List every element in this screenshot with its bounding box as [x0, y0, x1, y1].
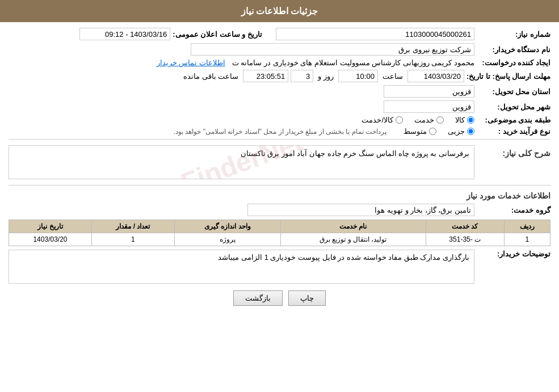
services-table: ردیف کد خدمت نام خدمت واحد اندازه گیری ت…	[9, 220, 550, 246]
label-namDastgah: نام دستگاه خریدار:	[477, 45, 550, 54]
radio-kala-input[interactable]	[467, 116, 474, 124]
value-mohlat-date: 1403/03/20	[407, 70, 464, 82]
link-etela[interactable]: اطلاعات تماس خریدار	[157, 58, 225, 67]
row-mohlat: مهلت ارسال پاسخ: تا تاریخ: 1403/03/20 سا…	[9, 70, 550, 82]
radio-motavaset-label: متوسط	[404, 127, 427, 136]
radio-kala-label: کالا	[455, 116, 465, 124]
radio-jozi-label: جزیی	[448, 127, 465, 136]
table-cell-2: تولید، انتقال و توزیع برق	[280, 233, 426, 246]
page-wrapper: جزئیات اطلاعات نیاز شماره نیاز: 11030000…	[0, 0, 559, 392]
label-groheKhedmat: گروه خدمت:	[477, 206, 550, 214]
row-namDastgah: نام دستگاه خریدار: شرکت توزیع نیروی برق	[9, 43, 550, 56]
value-shahr: قزوین	[384, 100, 474, 113]
label-mohlat-rooz: روز و	[318, 72, 334, 81]
value-ostan: قزوین	[384, 85, 474, 98]
radio-motavaset-input[interactable]	[429, 128, 436, 135]
col-nam: نام خدمت	[280, 220, 426, 233]
label-shahr: شهر محل تحویل:	[477, 103, 550, 111]
row-tosif: توضیحات خریدار: بارگذاری مدارک طبق مفاد …	[9, 250, 550, 284]
table-cell-5: 1403/03/20	[9, 233, 92, 246]
col-tedad: تعداد / مقدار	[91, 220, 174, 233]
table-row: 1ت -35-351تولید، انتقال و توزیع برقپروژه…	[9, 233, 550, 246]
label-tosif: توضیحات خریدار:	[477, 250, 550, 258]
tosif-box: بارگذاری مدارک طبق مفاد خواسته شده در فا…	[9, 250, 474, 284]
col-vahid: واحد اندازه گیری	[174, 220, 280, 233]
label-mohlat-remaining: ساعت باقی مانده	[183, 72, 238, 81]
value-ijadKonande: محمود کریمی روزبهانی کارشناس مسوولیت است…	[232, 58, 474, 67]
table-cell-3: پروژه	[174, 233, 280, 246]
row-ijadKonande: ایجاد کننده درخواست: محمود کریمی روزبهان…	[9, 58, 550, 67]
content-area: شماره نیاز: 1103000045000261 تاریخ و ساع…	[0, 22, 559, 318]
radio-khedmat: خدمت	[414, 116, 444, 124]
sharhKoli-value: برفرسانی به پروژه چاه الماس سنگ خرم جاده…	[241, 149, 469, 158]
value-namDastgah: شرکت توزیع نیروی برق	[191, 43, 474, 56]
back-button[interactable]: بازگشت	[233, 290, 283, 306]
radio-group-tarif: کالا خدمت کالا/خدمت	[362, 116, 474, 124]
label-ostan: استان محل تحویل:	[477, 87, 550, 96]
label-tarif: طبقه بندی موضوعی:	[477, 116, 550, 124]
radio-khedmat-input[interactable]	[436, 116, 444, 124]
page-title: جزئیات اطلاعات نیاز	[241, 6, 318, 16]
button-row: چاپ بازگشت	[9, 290, 550, 306]
radio-kala-khedmat: کالا/خدمت	[362, 116, 403, 124]
radio-kala: کالا	[455, 116, 474, 124]
value-taarikh: 1403/03/16 - 09:12	[79, 28, 170, 40]
process-text: پرداخت تمام یا بخشی از مبلغ خریدار از مح…	[174, 128, 386, 136]
row-ostan: استان محل تحویل: قزوین	[9, 85, 550, 98]
radio-jozi-input[interactable]	[467, 128, 474, 135]
radio-kala-khedmat-input[interactable]	[396, 116, 403, 124]
row-tarif: طبقه بندی موضوعی: کالا خدمت کالا/خدمت	[9, 116, 550, 124]
value-mohlat-remaining: 23:05:51	[243, 70, 288, 82]
row-shahr: شهر محل تحویل: قزوین	[9, 100, 550, 113]
label-mohlat-saat: ساعت	[383, 72, 403, 81]
label-taarikh: تاریخ و ساعت اعلان عمومی:	[173, 30, 262, 39]
label-mohlat: مهلت ارسال پاسخ: تا تاریخ:	[466, 72, 550, 81]
value-groheKhedmat: تامین برق، گاز، بخار و تهویه هوا	[247, 204, 474, 216]
row-groheKhedmat: گروه خدمت: تامین برق، گاز، بخار و تهویه …	[9, 204, 550, 216]
label-ijadKonande: ایجاد کننده درخواست:	[477, 58, 550, 67]
value-shomareNiaz: 1103000045000261	[276, 28, 474, 40]
col-radif: ردیف	[504, 220, 550, 233]
services-title: اطلاعات خدمات مورد نیاز	[9, 191, 550, 200]
label-shomareNiaz: شماره نیاز:	[477, 30, 550, 39]
print-button[interactable]: چاپ	[288, 290, 326, 306]
col-taarikh: تاریخ نیاز	[9, 220, 92, 233]
label-sharhKoli: شرح کلی نیاز:	[477, 149, 550, 158]
sharhKoli-box: FinderNet برفرسانی به پروژه چاه الماس سن…	[9, 145, 474, 179]
value-mohlat-rooz: 3	[291, 70, 313, 82]
radio-khedmat-label: خدمت	[414, 116, 434, 124]
table-cell-0: 1	[504, 233, 550, 246]
label-noFarayand: نوع فرآیند خرید :	[477, 127, 550, 136]
radio-motavaset: متوسط	[404, 127, 436, 136]
radio-group-farayand: جزیی متوسط پرداخت تمام یا بخشی از مبلغ خ…	[174, 127, 474, 136]
row-noFarayand: نوع فرآیند خرید : جزیی متوسط پرداخت تمام…	[9, 127, 550, 136]
table-cell-1: ت -35-351	[426, 233, 504, 246]
radio-kala-khedmat-label: کالا/خدمت	[362, 116, 393, 124]
row-sharhKoli: شرح کلی نیاز: FinderNet برفرسانی به پروژ…	[9, 143, 550, 182]
radio-jozi: جزیی	[448, 127, 474, 136]
tosif-value: بارگذاری مدارک طبق مفاد خواسته شده در فا…	[218, 253, 469, 262]
col-kod: کد خدمت	[426, 220, 504, 233]
value-mohlat-saat: 10:00	[338, 70, 378, 82]
row-shomareNiaz: شماره نیاز: 1103000045000261 تاریخ و ساع…	[9, 28, 550, 40]
page-header: جزئیات اطلاعات نیاز	[0, 0, 559, 22]
table-cell-4: 1	[91, 233, 174, 246]
